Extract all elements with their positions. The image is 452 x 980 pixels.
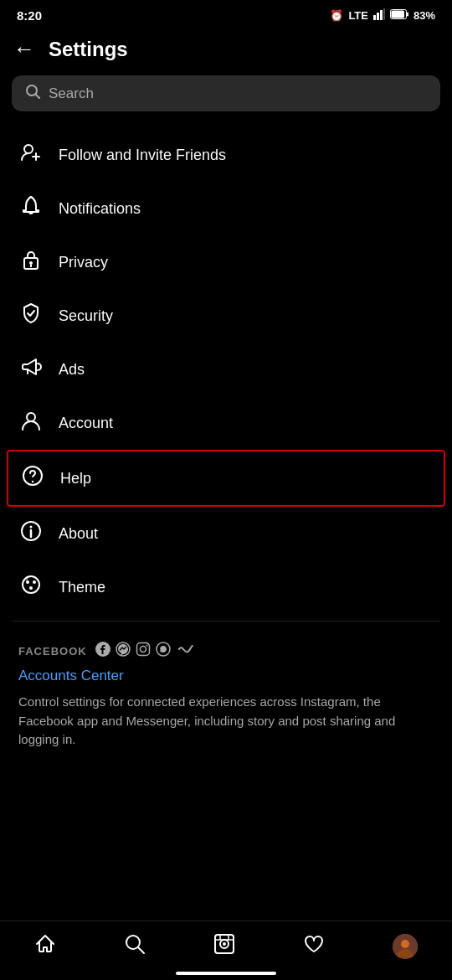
search-nav-icon bbox=[124, 933, 146, 960]
back-button[interactable]: ← bbox=[13, 36, 35, 62]
svg-point-28 bbox=[140, 647, 146, 652]
account-label: Account bbox=[59, 415, 113, 432]
accounts-center-description: Control settings for connected experienc… bbox=[18, 693, 434, 750]
menu-item-about[interactable]: About bbox=[12, 507, 440, 560]
megaphone-icon bbox=[18, 356, 44, 383]
help-label: Help bbox=[60, 470, 91, 487]
status-right: ⏰ LTE 83% bbox=[330, 8, 435, 23]
notifications-label: Notifications bbox=[59, 200, 141, 218]
facebook-icon bbox=[95, 642, 110, 661]
svg-point-9 bbox=[24, 145, 33, 153]
svg-rect-27 bbox=[136, 643, 149, 656]
nav-likes[interactable] bbox=[293, 930, 335, 963]
svg-rect-1 bbox=[377, 13, 379, 20]
nav-profile[interactable] bbox=[383, 931, 428, 962]
home-icon bbox=[34, 933, 56, 960]
network-label: LTE bbox=[348, 9, 368, 22]
palette-icon bbox=[18, 574, 44, 601]
about-label: About bbox=[59, 525, 98, 543]
battery-icon bbox=[390, 9, 408, 22]
facebook-icons bbox=[95, 642, 196, 661]
reels-icon bbox=[213, 933, 235, 960]
menu-item-security[interactable]: Security bbox=[12, 289, 440, 343]
help-icon bbox=[20, 465, 45, 492]
svg-rect-0 bbox=[373, 15, 376, 20]
svg-rect-6 bbox=[391, 11, 404, 18]
menu-item-privacy[interactable]: Privacy bbox=[12, 235, 440, 289]
nav-home[interactable] bbox=[24, 930, 66, 963]
accounts-center-link[interactable]: Accounts Center bbox=[18, 668, 434, 684]
nav-reels[interactable] bbox=[203, 930, 245, 963]
facebook-header: FACEBOOK bbox=[18, 642, 434, 661]
search-icon bbox=[25, 84, 40, 103]
info-icon bbox=[18, 520, 44, 547]
svg-point-7 bbox=[27, 85, 37, 95]
meta-icon bbox=[176, 642, 196, 661]
svg-rect-3 bbox=[383, 8, 385, 20]
svg-point-23 bbox=[33, 580, 36, 584]
svg-rect-2 bbox=[380, 10, 383, 20]
svg-rect-5 bbox=[407, 13, 408, 17]
svg-point-17 bbox=[32, 481, 33, 482]
svg-point-29 bbox=[146, 645, 147, 647]
whatsapp-icon bbox=[156, 642, 171, 661]
settings-menu: Follow and Invite Friends Notifications … bbox=[0, 128, 452, 614]
follow-label: Follow and Invite Friends bbox=[59, 147, 226, 164]
bottom-indicator bbox=[176, 972, 276, 975]
search-bar[interactable]: Search bbox=[12, 75, 440, 111]
security-label: Security bbox=[59, 307, 113, 325]
svg-point-40 bbox=[401, 940, 409, 948]
page-header: ← Settings bbox=[0, 28, 452, 75]
svg-point-31 bbox=[126, 936, 140, 949]
shield-icon bbox=[18, 302, 44, 329]
facebook-section: FACEBOOK bbox=[0, 628, 452, 758]
svg-point-13 bbox=[29, 261, 33, 265]
follow-icon bbox=[18, 142, 44, 168]
heart-icon bbox=[303, 933, 325, 960]
alarm-icon: ⏰ bbox=[330, 9, 343, 22]
bottom-spacer bbox=[0, 758, 452, 859]
signal-icon bbox=[373, 8, 385, 23]
ads-label: Ads bbox=[59, 361, 85, 379]
battery-percent: 83% bbox=[413, 9, 435, 22]
profile-avatar bbox=[393, 934, 418, 959]
nav-search[interactable] bbox=[114, 930, 156, 963]
lock-icon bbox=[18, 249, 44, 276]
messenger-icon bbox=[116, 642, 131, 661]
menu-item-account[interactable]: Account bbox=[12, 396, 440, 450]
status-bar: 8:20 ⏰ LTE 83% bbox=[0, 0, 452, 28]
page-title: Settings bbox=[49, 38, 128, 61]
menu-item-follow[interactable]: Follow and Invite Friends bbox=[12, 128, 440, 182]
search-placeholder: Search bbox=[49, 85, 94, 102]
section-divider bbox=[12, 621, 440, 622]
svg-point-15 bbox=[27, 413, 35, 421]
person-icon bbox=[18, 410, 44, 436]
svg-line-8 bbox=[36, 95, 39, 98]
status-time: 8:20 bbox=[17, 8, 42, 23]
menu-item-theme[interactable]: Theme bbox=[12, 560, 440, 614]
theme-label: Theme bbox=[59, 579, 105, 596]
svg-point-24 bbox=[29, 586, 33, 590]
menu-item-ads[interactable]: Ads bbox=[12, 343, 440, 396]
svg-point-35 bbox=[223, 942, 226, 946]
svg-line-32 bbox=[138, 948, 144, 954]
privacy-label: Privacy bbox=[59, 254, 108, 271]
search-container: Search bbox=[12, 75, 440, 111]
instagram-icon bbox=[136, 642, 151, 661]
menu-item-help[interactable]: Help bbox=[7, 450, 445, 507]
svg-point-21 bbox=[23, 576, 39, 593]
menu-item-notifications[interactable]: Notifications bbox=[12, 182, 440, 235]
svg-point-20 bbox=[30, 526, 33, 529]
bell-icon bbox=[18, 195, 44, 222]
facebook-label: FACEBOOK bbox=[18, 645, 87, 658]
